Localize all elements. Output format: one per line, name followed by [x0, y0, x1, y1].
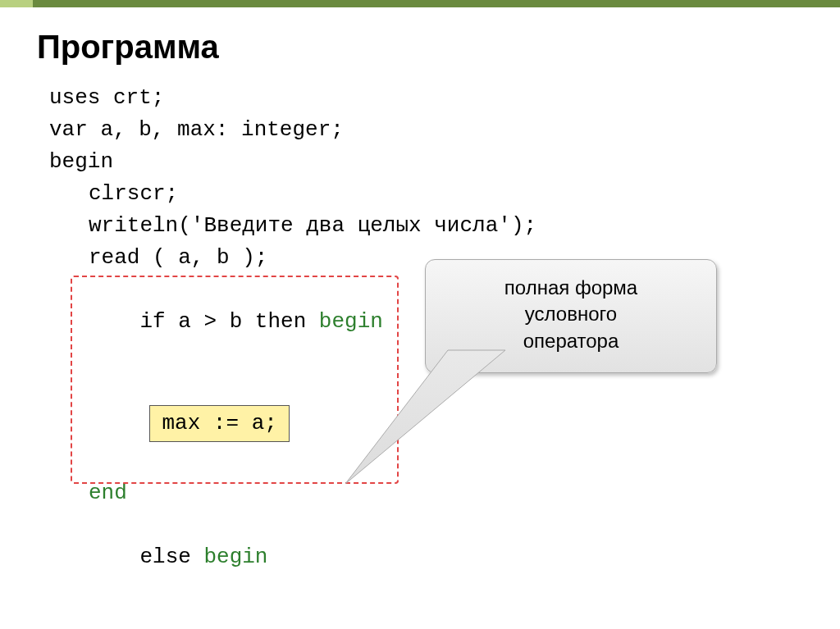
highlight-box-a: max := a; — [149, 405, 289, 442]
if-text: if a > b then — [139, 309, 318, 334]
begin-keyword: begin — [203, 545, 267, 569]
code-line: clrscr; — [49, 178, 804, 210]
band-main — [33, 0, 840, 7]
code-line: begin — [49, 146, 804, 178]
begin-keyword: begin — [319, 309, 383, 334]
callout-line: полная форма — [439, 275, 703, 301]
callout-bubble: полная форма условного оператора — [425, 259, 717, 373]
code-line: writeln('Введите два целых числа'); — [49, 210, 804, 242]
callout-line: оператора — [439, 328, 703, 354]
else-text: else — [139, 545, 203, 569]
callout-line: условного — [439, 301, 703, 327]
code-line: end — [49, 477, 804, 509]
code-line: uses crt; — [49, 82, 804, 114]
code-line-else: else begin — [49, 509, 804, 605]
highlight-row: max := a; — [49, 373, 804, 474]
code-line: var a, b, max: integer; — [49, 114, 804, 146]
page-title: Программа — [0, 7, 840, 66]
highlight-row: max := b; — [49, 608, 804, 629]
band-accent — [0, 0, 33, 7]
header-band — [0, 0, 840, 7]
